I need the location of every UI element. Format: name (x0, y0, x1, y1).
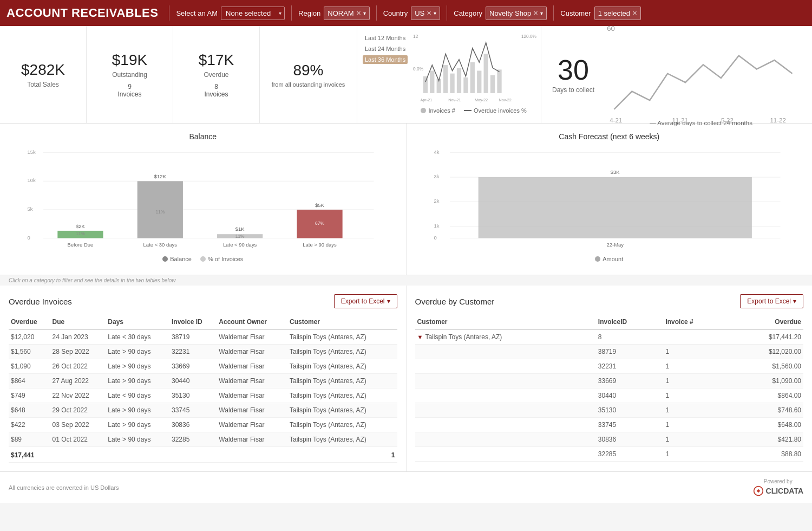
filter-region: Region NORAM ✕ ▾ (298, 7, 370, 20)
region-clear-icon[interactable]: ✕ (356, 10, 361, 17)
country-label: Country (383, 9, 408, 17)
cash-forecast-container: 4k 3k 2k 1k 0 $3K 22-May (415, 145, 804, 254)
col-cust: Customer (415, 315, 596, 329)
cash-forecast-svg: 4k 3k 2k 1k 0 $3K 22-May (415, 145, 804, 254)
export-customer-button[interactable]: Export to Excel ▾ (740, 294, 803, 308)
footer: All currencies are converted in US Dolla… (0, 471, 812, 503)
svg-rect-59 (478, 177, 751, 238)
expand-icon[interactable]: ▼ (417, 334, 423, 340)
svg-text:Late > 90 days: Late > 90 days (303, 242, 337, 248)
kpi-outstanding: $19K Outstanding 9 Invoices (87, 26, 173, 123)
footer-brand: Powered by CLICDATA (753, 478, 803, 496)
clicdata-logo: CLICDATA (753, 485, 803, 496)
am-select[interactable]: None selected (221, 7, 285, 20)
country-tag[interactable]: US ✕ ▾ (411, 7, 440, 20)
category-tag[interactable]: Novelty Shop ✕ ▾ (486, 7, 547, 20)
svg-text:1k: 1k (434, 223, 439, 229)
pct-label: from all oustanding invoices (272, 81, 345, 88)
overdue-customer-body: ▼Tailspin Toys (Antares, AZ)8$17,441.203… (415, 329, 804, 462)
table-row: $42203 Sep 2022Late > 90 days30836Waldem… (9, 418, 397, 432)
col-inv-num: Invoice # (663, 315, 728, 329)
svg-rect-11 (477, 70, 481, 93)
customer-value: 1 selected (598, 9, 630, 17)
svg-text:$3K: $3K (610, 169, 620, 175)
table-row: $74922 Nov 2022Late < 90 days35130Waldem… (9, 388, 397, 403)
charts-row: Balance 15k 10k 5k 0 $2K 11% $12K (0, 124, 812, 275)
outstanding-value: $19K (112, 51, 147, 69)
divider5 (553, 5, 554, 21)
table-row: 304401$864.00 (415, 388, 804, 403)
category-chevron-icon: ▾ (540, 10, 543, 16)
outstanding-label: Outstanding (112, 71, 147, 79)
days-collect-svg: 60 4-21 11-21 5-22 11-22 — Average days … (605, 20, 801, 127)
overdue-by-customer-table: Customer InvoiceID Invoice # Overdue ▼Ta… (415, 315, 804, 462)
days-left: 30 Days to collect (552, 56, 594, 94)
svg-text:10k: 10k (28, 177, 36, 183)
svg-text:Apr-21: Apr-21 (421, 98, 433, 102)
outstanding-sub-label: Invoices (117, 90, 141, 98)
am-label: Select an AM (176, 9, 218, 17)
overdue-invoices-table: Overdue Due Days Invoice ID Account Owne… (9, 315, 397, 463)
cash-forecast-title: Cash Forecast (next 6 weeks) (415, 132, 804, 141)
table-row: 337451$648.00 (415, 418, 804, 432)
svg-text:Nov-21: Nov-21 (449, 98, 461, 102)
invoice-trend-card: Last 12 Months Last 24 Months Last 36 Mo… (357, 26, 541, 123)
svg-rect-8 (457, 68, 461, 93)
svg-text:5k: 5k (28, 206, 33, 212)
total-value: $17,441 (9, 447, 50, 463)
page-number: 1 (287, 447, 397, 463)
table-row: 322311$1,560.00 (415, 359, 804, 374)
svg-text:May-22: May-22 (475, 98, 488, 102)
days-value: 30 (558, 56, 589, 84)
filter-hint: Click on a category to filter and see th… (0, 275, 812, 286)
overdue-sub-label: Invoices (204, 90, 228, 98)
table-row: 322851$88.80 (415, 447, 804, 462)
cash-forecast-legend: Amount (415, 256, 804, 262)
kpi-pct: 89% from all oustanding invoices (260, 26, 357, 123)
svg-rect-10 (470, 62, 475, 93)
overdue-value: $17K (199, 51, 234, 69)
col-account-owner: Account Owner (217, 315, 287, 329)
svg-text:0: 0 (434, 235, 436, 241)
tab-24months[interactable]: Last 24 Months (363, 44, 408, 53)
legend-balance: Balance (162, 256, 192, 262)
legend-overdue-pct: Overdue invoices % (464, 107, 527, 114)
total-sales-value: $282K (21, 61, 65, 79)
svg-rect-4 (430, 70, 434, 93)
svg-text:67%: 67% (315, 221, 324, 226)
country-value: US (415, 9, 424, 17)
balance-legend: Balance % of Invoices (9, 256, 397, 262)
overdue-invoices-panel: Overdue Invoices Export to Excel ▾ Overd… (0, 286, 407, 471)
tab-36months[interactable]: Last 36 Months (363, 55, 408, 64)
chevron-down-icon2: ▾ (793, 297, 796, 305)
kpi-days-card: 30 Days to collect 60 4-21 11-21 5-22 11… (541, 26, 812, 123)
col-cust-overdue: Overdue (729, 315, 803, 329)
customer-tag[interactable]: 1 selected ✕ (594, 7, 641, 20)
am-select-wrap[interactable]: None selected ▾ (221, 7, 285, 20)
divider (169, 5, 169, 21)
kpi-total-sales: $282K Total Sales (0, 26, 87, 123)
legend-amount: Amount (595, 256, 623, 262)
invoice-trend-chart: 12 0.0% 120.0% Apr-21 No (412, 31, 535, 118)
balance-chart-container: 15k 10k 5k 0 $2K 11% $12K 11% $1K (9, 145, 397, 254)
table-row: 308361$421.80 (415, 432, 804, 447)
tab-12months[interactable]: Last 12 Months (363, 34, 408, 42)
svg-text:0: 0 (28, 235, 30, 241)
table-row: $12,02024 Jan 2023Late < 30 days38719Wal… (9, 329, 397, 345)
svg-text:2k: 2k (434, 198, 439, 204)
country-chevron-icon: ▾ (434, 10, 436, 16)
balance-svg: 15k 10k 5k 0 $2K 11% $12K 11% $1K (9, 145, 397, 254)
country-clear-icon[interactable]: ✕ (427, 10, 431, 17)
cash-forecast-panel: Cash Forecast (next 6 weeks) 4k 3k 2k 1k… (407, 124, 813, 275)
customer-clear-icon[interactable]: ✕ (632, 10, 637, 17)
svg-rect-6 (443, 65, 448, 93)
svg-text:11%: 11% (76, 231, 85, 236)
svg-text:12: 12 (413, 34, 418, 39)
svg-rect-14 (497, 69, 502, 93)
svg-text:Nov-22: Nov-22 (499, 98, 512, 102)
category-clear-icon[interactable]: ✕ (533, 10, 538, 17)
svg-text:3k: 3k (434, 173, 439, 179)
export-invoices-button[interactable]: Export to Excel ▾ (334, 294, 397, 308)
region-tag[interactable]: NORAM ✕ ▾ (324, 7, 369, 20)
chart-tabs: Last 12 Months Last 24 Months Last 36 Mo… (363, 31, 408, 118)
